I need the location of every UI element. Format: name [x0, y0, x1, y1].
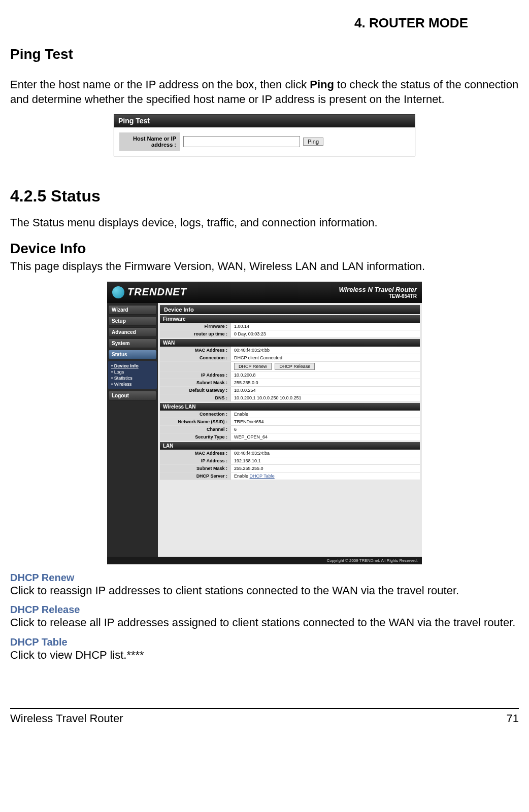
- wan-buttons-cell: DHCP Renew DHCP Release: [231, 362, 420, 371]
- wan-label-5: Default Gateway :: [160, 387, 231, 394]
- nav-advanced[interactable]: Advanced: [108, 327, 157, 337]
- ping-panel-header: Ping Test: [114, 115, 415, 127]
- wan-label-4: Subnet Mask :: [160, 379, 231, 386]
- dhcp-release-text: Click to release all IP addresses assign…: [10, 616, 519, 630]
- firmware-value-1: 0 Day, 00:03:23: [231, 330, 420, 337]
- submenu-device-info[interactable]: Device Info: [111, 363, 154, 369]
- host-label: Host Name or IP address :: [119, 132, 180, 151]
- footer-right: 71: [507, 712, 519, 725]
- firmware-value-0: 1.00.14: [231, 323, 420, 330]
- wlan-row-0: Connection : Enable: [160, 411, 420, 418]
- wan-row-6: DNS : 10.0.200.1 10.0.0.250 10.0.0.251: [160, 394, 420, 402]
- firmware-label-0: Firmware :: [160, 323, 231, 330]
- nav-status[interactable]: Status: [108, 350, 157, 359]
- wan-row-3: IP Address : 10.0.200.8: [160, 371, 420, 379]
- wan-label-1: Connection :: [160, 354, 231, 361]
- main-content: Device Info Firmware Firmware : 1.00.14 …: [158, 303, 422, 557]
- product-model: TEW-654TR: [339, 293, 417, 299]
- ping-desc-bold: Ping: [310, 78, 334, 91]
- lan-value-2: 255.255.255.0: [231, 465, 420, 472]
- wlan-value-1: TRENDnet654: [231, 418, 420, 425]
- host-input[interactable]: [183, 136, 300, 147]
- wlan-row-2: Channel : 6: [160, 426, 420, 433]
- ping-test-panel: Ping Test Host Name or IP address : Ping: [114, 114, 415, 156]
- lan-dhcp-server-status: Enable: [234, 473, 250, 479]
- lan-row-3: DHCP Server : Enable DHCP Table: [160, 472, 420, 480]
- submenu-statistics[interactable]: Statistics: [111, 375, 154, 381]
- dhcp-table-text: Click to view DHCP list.****: [10, 648, 519, 663]
- wan-value-3: 10.0.200.8: [231, 371, 420, 379]
- nav-system[interactable]: System: [108, 339, 157, 348]
- wan-value-4: 255.255.0.0: [231, 379, 420, 386]
- wlan-value-2: 6: [231, 426, 420, 433]
- wlan-row-1: Network Name (SSID) : TRENDnet654: [160, 418, 420, 426]
- nav-logout[interactable]: Logout: [108, 391, 157, 400]
- dhcp-table-link[interactable]: DHCP Table: [250, 473, 275, 479]
- wan-row-1: Connection : DHCP client Connected: [160, 354, 420, 362]
- status-heading: 4.2.5 Status: [10, 187, 519, 206]
- wlan-label-2: Channel :: [160, 426, 231, 433]
- wan-row-0: MAC Address : 00:40:f4:03:24:bb: [160, 347, 420, 354]
- admin-body: Wizard Setup Advanced System Status Devi…: [107, 303, 422, 557]
- lan-header: LAN: [160, 442, 420, 450]
- page-footer: Wireless Travel Router 71: [10, 708, 519, 725]
- lan-row-2: Subnet Mask : 255.255.255.0: [160, 465, 420, 472]
- ping-button[interactable]: Ping: [303, 138, 323, 146]
- dhcp-renew-button[interactable]: DHCP Renew: [234, 363, 272, 370]
- ping-test-description: Enter the host name or the IP address on…: [10, 78, 519, 107]
- firmware-header: Firmware: [160, 315, 420, 323]
- sidebar: Wizard Setup Advanced System Status Devi…: [107, 303, 158, 557]
- wlan-label-0: Connection :: [160, 411, 231, 418]
- wan-header: WAN: [160, 339, 420, 347]
- dhcp-release-term: DHCP Release: [10, 604, 519, 616]
- wan-value-5: 10.0.0.254: [231, 387, 420, 394]
- lan-row-0: MAC Address : 00:40:f4:03:24:ba: [160, 450, 420, 457]
- lan-value-3: Enable DHCP Table: [231, 472, 420, 480]
- ping-panel-body: Host Name or IP address : Ping: [114, 127, 415, 156]
- status-submenu: Device Info Logs Statistics Wireless: [108, 361, 157, 389]
- wan-row-buttons: DHCP Renew DHCP Release: [160, 362, 420, 371]
- wan-value-0: 00:40:f4:03:24:bb: [231, 347, 420, 354]
- wlan-label-1: Network Name (SSID) :: [160, 418, 231, 425]
- wan-row-5: Default Gateway : 10.0.0.254: [160, 387, 420, 394]
- nav-wizard[interactable]: Wizard: [108, 305, 157, 315]
- wan-label-0: MAC Address :: [160, 347, 231, 354]
- wlan-value-3: WEP_OPEN_64: [231, 433, 420, 441]
- brand-text: TRENDNET: [127, 286, 187, 298]
- wan-value-6: 10.0.200.1 10.0.0.250 10.0.0.251: [231, 394, 420, 401]
- dhcp-release-button[interactable]: DHCP Release: [275, 363, 315, 370]
- lan-label-0: MAC Address :: [160, 450, 231, 457]
- wlan-label-3: Security Type :: [160, 433, 231, 441]
- submenu-wireless[interactable]: Wireless: [111, 381, 154, 387]
- lan-value-1: 192.168.10.1: [231, 457, 420, 464]
- admin-header: TRENDNET Wireless N Travel Router TEW-65…: [107, 282, 422, 303]
- firmware-row-0: Firmware : 1.00.14: [160, 323, 420, 330]
- wan-row-4: Subnet Mask : 255.255.0.0: [160, 379, 420, 387]
- ping-desc-pre: Enter the host name or the IP address on…: [10, 78, 310, 91]
- dhcp-renew-term: DHCP Renew: [10, 572, 519, 584]
- dhcp-renew-text: Click to reassign IP addresses to client…: [10, 584, 519, 598]
- dhcp-table-term: DHCP Table: [10, 636, 519, 648]
- wan-label-6: DNS :: [160, 394, 231, 401]
- nav-setup[interactable]: Setup: [108, 316, 157, 326]
- wlan-row-3: Security Type : WEP_OPEN_64: [160, 433, 420, 441]
- submenu-logs[interactable]: Logs: [111, 369, 154, 375]
- wan-value-1: DHCP client Connected: [231, 354, 420, 361]
- trendnet-logo: TRENDNET: [112, 286, 187, 298]
- wlan-header: Wireless LAN: [160, 403, 420, 411]
- firmware-row-1: router up time : 0 Day, 00:03:23: [160, 330, 420, 338]
- wan-label-3: IP Address :: [160, 371, 231, 379]
- firmware-label-1: router up time :: [160, 330, 231, 337]
- status-description: The Status menu displays device, logs, t…: [10, 216, 519, 230]
- footer-left: Wireless Travel Router: [10, 712, 123, 725]
- lan-label-2: Subnet Mask :: [160, 465, 231, 472]
- device-info-description: This page displays the Firmware Version,…: [10, 259, 519, 274]
- lan-label-3: DHCP Server :: [160, 472, 231, 480]
- chapter-header: 4. ROUTER MODE: [10, 15, 519, 31]
- logo-icon: [112, 286, 124, 298]
- product-name: Wireless N Travel Router: [339, 286, 417, 293]
- lan-value-0: 00:40:f4:03:24:ba: [231, 450, 420, 457]
- device-info-panel-header: Device Info: [160, 305, 420, 314]
- lan-row-1: IP Address : 192.168.10.1: [160, 457, 420, 465]
- wlan-value-0: Enable: [231, 411, 420, 418]
